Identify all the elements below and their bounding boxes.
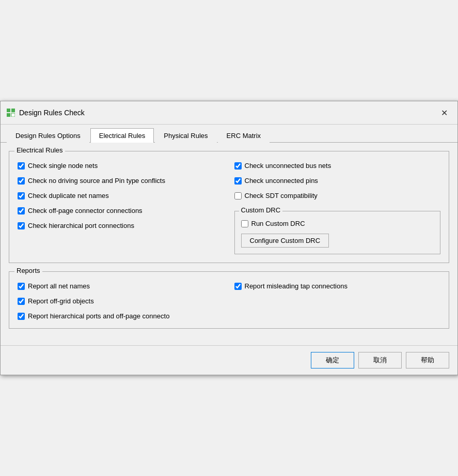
title-bar: Design Rules Check ✕	[1, 101, 457, 125]
svg-rect-0	[7, 109, 10, 112]
report-misleading-tap-input[interactable]	[234, 283, 242, 290]
check-no-driving-source[interactable]: Check no driving source and Pin type con…	[18, 177, 224, 185]
check-unconnected-pins-input[interactable]	[234, 177, 242, 185]
configure-custom-drc-button[interactable]: Configure Custom DRC	[241, 234, 329, 248]
check-hierarchical-port[interactable]: Check hierarchical port connections	[18, 222, 224, 229]
main-window: Design Rules Check ✕ Design Rules Option…	[0, 101, 458, 375]
ok-button[interactable]: 确定	[311, 352, 354, 368]
tab-design-rules-options[interactable]: Design Rules Options	[7, 128, 89, 143]
electrical-rules-group: Electrical Rules Check single node nets …	[9, 151, 449, 263]
check-no-driving-source-label: Check no driving source and Pin type con…	[28, 177, 165, 185]
check-unconnected-bus-nets-label: Check unconnected bus nets	[245, 162, 331, 170]
custom-drc-inner: Run Custom DRC Configure Custom DRC	[241, 220, 434, 248]
svg-rect-1	[11, 109, 15, 112]
tab-electrical-rules[interactable]: Electrical Rules	[90, 128, 154, 143]
check-duplicate-net-names[interactable]: Check duplicate net names	[18, 192, 224, 199]
report-misleading-tap-label: Report misleading tap connections	[245, 282, 348, 290]
report-all-net-names[interactable]: Report all net names	[18, 282, 224, 290]
title-bar-left: Design Rules Check	[7, 109, 85, 117]
check-sdt-compatibility[interactable]: Check SDT compatibility	[234, 192, 441, 199]
tab-physical-rules[interactable]: Physical Rules	[155, 128, 216, 143]
report-off-grid-objects-label: Report off-grid objects	[28, 297, 94, 305]
reports-group: Reports Report all net names Report off-…	[9, 271, 449, 329]
electrical-rules-left-col: Check single node nets Check no driving …	[18, 162, 224, 254]
electrical-rules-right-col: Check unconnected bus nets Check unconne…	[234, 162, 441, 254]
electrical-rules-title: Electrical Rules	[14, 146, 65, 154]
reports-left-col: Report all net names Report off-grid obj…	[18, 282, 224, 320]
check-duplicate-net-names-input[interactable]	[18, 192, 25, 199]
electrical-rules-inner: Check single node nets Check no driving …	[18, 162, 440, 254]
check-unconnected-pins-label: Check unconnected pins	[245, 177, 318, 185]
svg-rect-2	[7, 113, 10, 117]
report-off-grid-objects-input[interactable]	[18, 298, 25, 305]
check-sdt-compatibility-input[interactable]	[234, 192, 242, 199]
cancel-button[interactable]: 取消	[358, 352, 402, 368]
check-no-driving-source-input[interactable]	[18, 177, 25, 185]
app-icon	[7, 109, 15, 117]
run-custom-drc-input[interactable]	[241, 220, 248, 227]
check-unconnected-bus-nets[interactable]: Check unconnected bus nets	[234, 162, 441, 170]
custom-drc-title: Custom DRC	[239, 206, 283, 214]
run-custom-drc-label: Run Custom DRC	[251, 220, 305, 227]
footer: 确定 取消 帮助	[1, 345, 457, 375]
check-duplicate-net-names-label: Check duplicate net names	[28, 192, 109, 199]
report-hierarchical-ports-label: Report hierarchical ports and off-page c…	[28, 312, 169, 320]
check-off-page-connector-input[interactable]	[18, 207, 25, 214]
check-single-node-nets[interactable]: Check single node nets	[18, 162, 224, 170]
check-single-node-nets-label: Check single node nets	[28, 162, 98, 170]
report-hierarchical-ports[interactable]: Report hierarchical ports and off-page c…	[18, 312, 224, 320]
check-single-node-nets-input[interactable]	[18, 162, 25, 170]
tab-content: Electrical Rules Check single node nets …	[1, 143, 457, 345]
reports-right-col: Report misleading tap connections	[234, 282, 441, 320]
close-button[interactable]: ✕	[437, 105, 451, 120]
check-off-page-connector[interactable]: Check off-page connector connections	[18, 207, 224, 214]
report-hierarchical-ports-input[interactable]	[18, 313, 25, 320]
check-sdt-compatibility-label: Check SDT compatibility	[245, 192, 318, 199]
report-misleading-tap[interactable]: Report misleading tap connections	[234, 282, 441, 290]
check-off-page-connector-label: Check off-page connector connections	[28, 207, 143, 214]
tab-erc-matrix[interactable]: ERC Matrix	[218, 128, 270, 143]
tab-bar: Design Rules Options Electrical Rules Ph…	[1, 125, 457, 143]
window-title: Design Rules Check	[19, 109, 85, 117]
reports-inner: Report all net names Report off-grid obj…	[18, 282, 440, 320]
report-all-net-names-input[interactable]	[18, 283, 25, 290]
svg-rect-3	[11, 113, 15, 117]
check-hierarchical-port-input[interactable]	[18, 222, 25, 229]
help-button[interactable]: 帮助	[406, 352, 449, 368]
reports-title: Reports	[14, 267, 42, 274]
report-all-net-names-label: Report all net names	[28, 282, 90, 290]
check-hierarchical-port-label: Check hierarchical port connections	[28, 222, 134, 229]
custom-drc-group: Custom DRC Run Custom DRC Configure Cust…	[234, 211, 441, 254]
check-unconnected-pins[interactable]: Check unconnected pins	[234, 177, 441, 185]
report-off-grid-objects[interactable]: Report off-grid objects	[18, 297, 224, 305]
check-unconnected-bus-nets-input[interactable]	[234, 162, 242, 170]
run-custom-drc[interactable]: Run Custom DRC	[241, 220, 434, 227]
